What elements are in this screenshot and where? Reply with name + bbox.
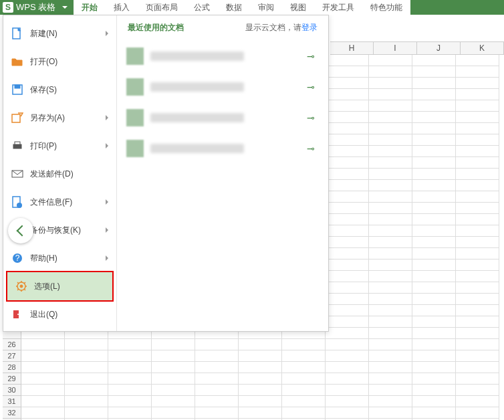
grid-cell[interactable] (412, 66, 456, 78)
recent-file-item[interactable]: ⊸ (126, 104, 319, 131)
grid-cell[interactable] (412, 225, 456, 237)
grid-cell[interactable] (369, 203, 412, 214)
grid-cell[interactable] (239, 362, 282, 373)
grid-cell[interactable] (412, 100, 456, 112)
grid-cell[interactable] (369, 305, 412, 316)
grid-cell[interactable] (326, 180, 369, 191)
grid-cell[interactable] (456, 248, 499, 259)
grid-cell[interactable] (369, 225, 412, 237)
grid-cell[interactable] (456, 350, 499, 362)
grid-cell[interactable] (326, 134, 369, 146)
grid-cell[interactable] (21, 373, 65, 385)
grid-cell[interactable] (195, 350, 239, 362)
grid-cell[interactable] (456, 100, 499, 112)
grid-cell[interactable] (326, 248, 369, 259)
grid-cell[interactable] (369, 180, 412, 191)
grid-cell[interactable] (412, 350, 456, 362)
grid-cell[interactable] (412, 55, 456, 66)
grid-cell[interactable] (326, 237, 369, 248)
grid-cell[interactable] (412, 385, 456, 396)
grid-cell[interactable] (65, 362, 108, 373)
grid-cell[interactable] (412, 305, 456, 316)
grid-cell[interactable] (456, 191, 499, 203)
recent-file-item[interactable]: ⊸ (126, 43, 319, 70)
grid-cell[interactable] (239, 339, 282, 350)
grid-cell[interactable] (412, 373, 456, 385)
grid-cell[interactable] (369, 396, 412, 407)
grid-cell[interactable] (369, 385, 412, 396)
grid-cell[interactable] (369, 191, 412, 203)
grid-cell[interactable] (108, 339, 152, 350)
grid-cell[interactable] (369, 78, 412, 89)
grid-cell[interactable] (326, 373, 369, 385)
grid-cell[interactable] (412, 157, 456, 169)
grid-cell[interactable] (369, 55, 412, 66)
grid-cell[interactable] (65, 339, 108, 350)
grid-cell[interactable] (152, 362, 195, 373)
grid-cell[interactable] (326, 66, 369, 78)
grid-cell[interactable] (412, 316, 456, 328)
file-menu-item-new[interactable]: 新建(N) (3, 19, 116, 47)
grid-cell[interactable] (326, 316, 369, 328)
grid-cell[interactable] (456, 396, 499, 407)
grid-cell[interactable] (282, 373, 326, 385)
grid-cell[interactable] (456, 214, 499, 225)
file-menu-item-send[interactable]: 发送邮件(D) (3, 160, 116, 188)
grid-cell[interactable] (239, 373, 282, 385)
grid-cell[interactable] (282, 385, 326, 396)
grid-cell[interactable] (152, 339, 195, 350)
grid-cell[interactable] (152, 350, 195, 362)
grid-cell[interactable] (195, 373, 239, 385)
grid-cell[interactable] (369, 373, 412, 385)
grid-cell[interactable] (456, 237, 499, 248)
grid-cell[interactable] (108, 396, 152, 407)
grid-cell[interactable] (65, 385, 108, 396)
tab-data[interactable]: 数据 (218, 0, 250, 15)
grid-cell[interactable] (326, 157, 369, 169)
grid-cell[interactable] (326, 328, 369, 339)
grid-cell[interactable] (412, 362, 456, 373)
tab-view[interactable]: 视图 (282, 0, 314, 15)
title-dropdown-icon[interactable] (61, 3, 69, 11)
grid-cell[interactable] (412, 339, 456, 350)
back-button[interactable] (8, 218, 33, 243)
tab-formula[interactable]: 公式 (186, 0, 218, 15)
file-menu-item-open[interactable]: 打开(O) (3, 47, 116, 76)
grid-cell[interactable] (326, 123, 369, 134)
grid-cell[interactable] (369, 339, 412, 350)
grid-cell[interactable] (456, 112, 499, 123)
grid-cell[interactable] (369, 350, 412, 362)
row-header[interactable]: 31 (3, 396, 21, 407)
grid-cell[interactable] (456, 180, 499, 191)
grid-cell[interactable] (369, 362, 412, 373)
grid-cell[interactable] (456, 271, 499, 282)
grid-cell[interactable] (21, 385, 65, 396)
grid-cell[interactable] (326, 282, 369, 294)
grid-cell[interactable] (369, 169, 412, 180)
file-menu-item-save[interactable]: 保存(S) (3, 76, 116, 104)
grid-cell[interactable] (326, 225, 369, 237)
grid-cell[interactable] (456, 169, 499, 180)
grid-cell[interactable] (108, 373, 152, 385)
grid-cell[interactable] (152, 396, 195, 407)
grid-cell[interactable] (239, 396, 282, 407)
grid-cell[interactable] (152, 373, 195, 385)
grid-cell[interactable] (456, 328, 499, 339)
grid-cell[interactable] (326, 169, 369, 180)
grid-cell[interactable] (326, 362, 369, 373)
grid-cell[interactable] (456, 282, 499, 294)
grid-cell[interactable] (326, 55, 369, 66)
grid-cell[interactable] (456, 225, 499, 237)
grid-cell[interactable] (326, 112, 369, 123)
col-header-h[interactable]: H (330, 42, 374, 54)
row-header[interactable]: 29 (3, 373, 21, 385)
grid-cell[interactable] (369, 214, 412, 225)
row-header[interactable]: 28 (3, 362, 21, 373)
grid-cell[interactable] (108, 362, 152, 373)
grid-cell[interactable] (456, 78, 499, 89)
grid-cell[interactable] (369, 407, 412, 419)
grid-cell[interactable] (369, 157, 412, 169)
grid-cell[interactable] (456, 362, 499, 373)
grid-cell[interactable] (369, 66, 412, 78)
grid-cell[interactable] (456, 385, 499, 396)
